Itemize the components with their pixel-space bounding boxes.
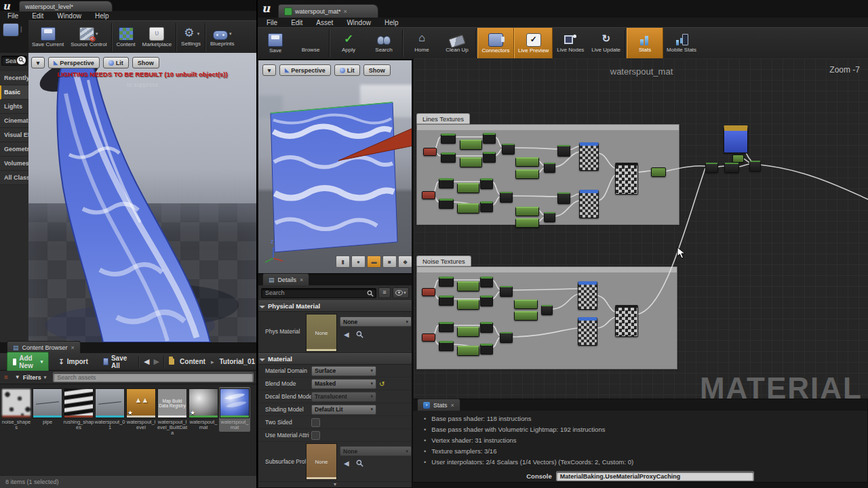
property-matrix-button[interactable]: ≡ [378, 287, 391, 298]
asset-tile-waterspout-level[interactable]: ★waterspout_level [125, 387, 157, 432]
material-node-cn[interactable] [732, 155, 744, 163]
material-node-dk[interactable] [749, 161, 761, 171]
blueprints-button[interactable]: ▾Blueprints [207, 21, 238, 54]
material-window-tab[interactable]: waterspout_mat* × [278, 4, 378, 18]
nav-forward-button[interactable]: ▶ [153, 357, 159, 366]
material-node-sg[interactable] [439, 199, 454, 209]
material-node-dk[interactable] [544, 163, 555, 173]
material-node-sg[interactable] [480, 296, 493, 306]
material-node-sg[interactable] [439, 322, 454, 332]
save-current-button[interactable]: Save Current [28, 21, 67, 54]
menu-item-file[interactable]: File [260, 18, 283, 28]
details-expander[interactable]: ▾ [258, 482, 412, 488]
material-node-gold[interactable] [724, 125, 748, 153]
material-node-dk[interactable] [500, 192, 513, 203]
live-update-button[interactable]: Live Update [588, 28, 624, 59]
material-node-sg[interactable] [480, 277, 493, 287]
sidebar-item-lights[interactable]: Lights [0, 100, 28, 114]
menu-item-help[interactable]: Help [89, 11, 115, 21]
modes-toolbar-icon[interactable] [3, 23, 19, 37]
close-icon[interactable]: × [451, 402, 454, 409]
material-node-red[interactable] [422, 333, 435, 342]
search-button[interactable]: Search [366, 28, 401, 59]
material-node-pm[interactable] [457, 327, 479, 337]
subsurface-thumbnail[interactable]: None [306, 443, 337, 480]
material-node-sg[interactable] [439, 178, 454, 188]
save-all-button[interactable]: Save All [98, 352, 134, 371]
material-node-pm[interactable] [457, 203, 479, 214]
material-node-red[interactable] [422, 191, 435, 199]
view-options-icon[interactable]: ≡ [4, 373, 8, 381]
material-preview-viewport[interactable]: z ▾ ◣PerspectiveLitShow ▮●▬■◆ [258, 60, 412, 274]
menu-item-help[interactable]: Help [378, 18, 405, 28]
material-node-cn[interactable] [651, 167, 666, 177]
content-button[interactable]: Content [113, 21, 139, 54]
asset-tile-waterspout-mat[interactable]: ★waterspout_mat [188, 387, 219, 432]
menu-item-window[interactable]: Window [340, 18, 377, 28]
apply-button[interactable]: Apply [331, 28, 366, 59]
material-node-sg[interactable] [441, 152, 456, 163]
material-node-pm[interactable] [457, 300, 479, 310]
material-node-dk[interactable] [500, 286, 513, 297]
menu-item-asset[interactable]: Asset [310, 18, 339, 28]
material-node-pm[interactable] [515, 207, 539, 216]
preview-options-caret[interactable]: ▾ [262, 64, 276, 76]
material-node-tex[interactable] [579, 190, 599, 218]
use-selected-arrow-icon[interactable]: ◀ [344, 460, 349, 467]
material-node-pm[interactable] [457, 281, 479, 291]
live-preview-button[interactable]: Live Preview [514, 28, 553, 59]
source-control-button[interactable]: ▾Source Control [67, 21, 110, 54]
menu-item-window[interactable]: Window [51, 11, 87, 21]
viewport-lit-button[interactable]: Lit [334, 64, 360, 76]
phys-material-dropdown[interactable]: None▾ [340, 317, 412, 327]
filters-button[interactable]: ▼Filters▾ [12, 373, 49, 382]
viewport-perspective-button[interactable]: ◣Perspective [48, 57, 100, 68]
material-node-sg[interactable] [480, 178, 493, 189]
connectors-button[interactable]: Connectors [477, 28, 514, 59]
home-button[interactable]: Home [404, 28, 439, 59]
view-options-eye-button[interactable]: ▾ [393, 287, 409, 298]
material-node-red[interactable] [423, 148, 437, 156]
sidebar-item-geometr[interactable]: Geometr [0, 142, 28, 157]
browse-to-asset-icon[interactable] [356, 460, 363, 467]
search-icon[interactable] [17, 56, 26, 64]
material-node-pm[interactable] [515, 157, 539, 167]
material-node-pm[interactable] [514, 311, 538, 321]
material-node-big[interactable] [615, 163, 638, 195]
modes-search-input[interactable]: Sea [1, 56, 27, 66]
phys-material-thumbnail[interactable]: None [306, 314, 337, 352]
asset-tile-pipe[interactable]: pipe [32, 387, 63, 426]
marketplace-button[interactable]: Marketplace [139, 21, 176, 54]
material-node-sg[interactable] [483, 152, 496, 163]
mobile-stats-button[interactable]: Mobile Stats [663, 28, 700, 59]
preview-shape-cube-button[interactable]: ■ [382, 256, 397, 268]
material-node-tex[interactable] [579, 142, 599, 171]
material-node-pm[interactable] [457, 183, 479, 193]
material-node-sg[interactable] [439, 296, 454, 306]
sidebar-item-volumes[interactable]: Volumes [0, 157, 28, 171]
viewport-show-button[interactable]: Show [363, 64, 391, 76]
section-material[interactable]: Material [258, 353, 412, 365]
decal-blend-mode-dropdown[interactable]: Translucent▾ [311, 392, 376, 402]
material-node-pm[interactable] [460, 140, 482, 150]
material-node-dk[interactable] [557, 145, 570, 157]
close-icon[interactable]: × [300, 277, 303, 283]
asset-tile-waterspout-level-builtdata[interactable]: Map Build Data Registrywaterspout_level_… [157, 387, 188, 437]
preview-shape-custom-mesh-button[interactable]: ◆ [398, 256, 412, 268]
close-icon[interactable]: × [344, 8, 347, 15]
material-domain-dropdown[interactable]: Surface▾ [311, 366, 376, 376]
reset-to-default-icon[interactable]: ↺ [379, 380, 384, 388]
material-node-dk[interactable] [724, 163, 739, 173]
use-material-attri-checkbox[interactable] [311, 431, 320, 440]
breadcrumb-content[interactable]: Content [178, 356, 207, 367]
asset-tile-waterspout-01[interactable]: waterspout_01 [94, 387, 125, 432]
material-node-sg[interactable] [441, 134, 456, 144]
preview-shape-cylinder-button[interactable]: ▮ [336, 256, 350, 268]
material-node-sg[interactable] [480, 344, 493, 354]
sidebar-item-cinemati[interactable]: Cinemati [0, 114, 28, 128]
material-node-pm[interactable] [460, 157, 482, 167]
section-physical-material[interactable]: Physical Material [258, 300, 412, 312]
material-node-sg[interactable] [439, 341, 454, 351]
material-node-sg[interactable] [480, 322, 493, 333]
console-input[interactable]: MaterialBaking.UseMaterialProxyCaching [556, 471, 754, 481]
